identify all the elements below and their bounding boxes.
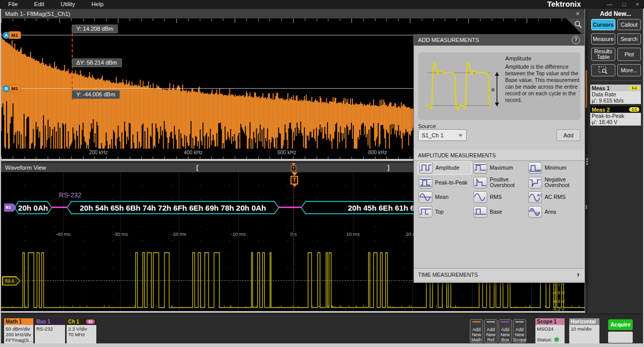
svg-text:AC: AC (537, 193, 542, 197)
measurement-icon (473, 177, 487, 189)
acquire-button[interactable]: Acquire (608, 319, 633, 330)
cursor-b-badge[interactable]: BM1 (3, 85, 21, 92)
bus-decode-packet: 20h 0Ah (14, 201, 52, 214)
cursor-a-source: M1 (8, 31, 21, 39)
tektronix-logo: Tektronix (547, 0, 581, 9)
menu-utility[interactable]: Utility (52, 0, 83, 9)
sidebar-search-button[interactable]: Search (617, 33, 641, 45)
add-button[interactable]: Add (556, 129, 580, 141)
measurement-top[interactable]: Top (418, 205, 472, 219)
measurement-amplitude[interactable]: Amplitude (418, 161, 472, 175)
volt-tick-label: -6.9 V (534, 299, 565, 304)
meas1-block[interactable]: Meas 11-1 Data Rateµ': 9.615 kb/s (590, 85, 641, 104)
ch1-name: Ch 1 (68, 318, 79, 325)
scope1-badge[interactable]: Scope 1 MSO24 Status: (535, 318, 565, 343)
math1-setting: FFTmag(S... (6, 337, 32, 343)
measurement-mean[interactable]: Mean (418, 190, 472, 204)
meas1-pill: 1-1 (629, 86, 639, 90)
measurement-ac-rms[interactable]: ACAC RMS (527, 190, 581, 204)
measurement-icon (419, 162, 433, 174)
meas1-line2: µ': 9.615 kb/s (592, 98, 639, 104)
measurement-maximum[interactable]: Maximum (472, 161, 527, 175)
cursor-b-readout[interactable]: Y: -44.006 dBm (72, 90, 120, 99)
cursor-b-letter: B (3, 85, 10, 92)
sidebar-callout-button[interactable]: Callout (617, 19, 641, 30)
settings-bar: Math 1 50 dBm/div200 kHz/divFFTmag(S... … (0, 314, 644, 343)
cursor-delta-readout[interactable]: ΔY: 58.214 dBm (72, 58, 122, 67)
math-panel-titlebar[interactable]: Math 1- FftMag(S1_Ch1)× (1, 9, 585, 18)
measurement-icon: AC (528, 191, 542, 203)
bus1-name: Bus 1 (36, 318, 50, 325)
svg-text:a: a (491, 86, 495, 92)
accent-line (515, 321, 524, 322)
sidebar-results-table-button[interactable]: Results Table (591, 48, 615, 61)
measurement-label: Positive Overshoot (490, 177, 527, 188)
bus-idle-line (278, 207, 302, 208)
measurement-icon (473, 206, 487, 218)
measurement-label: AC RMS (545, 194, 566, 200)
trigger-mini-marker[interactable]: T (291, 163, 296, 171)
sidebar-more--button[interactable]: More... (617, 64, 641, 76)
trigger-marker[interactable]: T (290, 172, 298, 187)
cursor-a-badge[interactable]: AM1 (3, 31, 21, 39)
source-dropdown[interactable]: S1_Ch 1 (418, 129, 467, 141)
minimize-window-icon[interactable]: — (605, 1, 615, 8)
dialog-title[interactable]: ADD MEASUREMENTS (414, 35, 585, 46)
expand-chevron-icon[interactable]: › (577, 268, 579, 280)
restore-window-icon[interactable]: □ (619, 1, 629, 8)
add-new-bus-button[interactable]: AddNewBus (498, 319, 512, 343)
zoom-tool-button[interactable] (591, 64, 615, 76)
time-section-header[interactable]: TIME MEASUREMENTS (414, 268, 585, 280)
math-close-icon[interactable]: × (576, 9, 579, 18)
time-tick-label: -30 ms (105, 231, 136, 237)
measurement-negative-overshoot[interactable]: Negative Overshoot (527, 176, 581, 190)
horizontal-name: Horizontal (571, 318, 596, 325)
measurement-label: Maximum (490, 165, 513, 171)
time-tick-label: 10 ms (338, 231, 368, 237)
math1-name: Math 1 (6, 318, 22, 325)
measurement-rms[interactable]: RMS (472, 190, 527, 204)
zoom-bracket-left[interactable]: [ (196, 163, 198, 172)
add-new-scope-button[interactable]: AddNewScope (513, 319, 526, 343)
cursor-a-readout[interactable]: Y: 14.208 dBm (72, 25, 118, 33)
volt-tick-label: -9.2 V (534, 307, 565, 311)
bus-idle-line (51, 207, 68, 208)
measurement-area[interactable]: Area (527, 205, 581, 219)
horizontal-badge[interactable]: Horizontal 10 ms/div (569, 318, 599, 343)
freq-tick-label: 800 kHz (362, 150, 393, 155)
source-value: S1_Ch 1 (422, 132, 444, 138)
meas2-line2: µ': 18.40 V (592, 119, 639, 126)
magnifier-icon[interactable] (574, 20, 583, 29)
close-window-icon[interactable]: × (632, 1, 642, 8)
menu-edit[interactable]: Edit (26, 0, 53, 9)
measurement-label: Amplitude (435, 165, 460, 171)
fft-top-ticks-major (1, 18, 585, 23)
sidebar-cursors-button[interactable]: Cursors (591, 19, 615, 30)
acquire-aux-button[interactable] (608, 332, 633, 343)
meas2-block[interactable]: Meas 21-1 Peak-to-Peakµ': 18.40 V (590, 106, 641, 126)
measurement-label: Peak-to-Peak (435, 180, 468, 186)
help-icon[interactable]: ? (572, 36, 580, 44)
meas2-pill: 1-1 (629, 107, 639, 112)
measurement-label: Mean (435, 194, 448, 200)
bus1-badge[interactable]: Bus 1 RS-232 (35, 318, 65, 343)
time-tick-label: -20 ms (163, 231, 194, 237)
menu-file[interactable]: File (0, 0, 26, 9)
sidebar-plot-button[interactable]: Plot (617, 48, 641, 61)
sidebar-measure-button[interactable]: Measure (591, 33, 615, 45)
math1-badge[interactable]: Math 1 50 dBm/div200 kHz/divFFTmag(S... (4, 318, 33, 343)
add-new-ref-button[interactable]: AddNewRef (484, 319, 497, 343)
measurement-positive-overshoot[interactable]: Positive Overshoot (472, 176, 527, 190)
measurement-label: Top (435, 209, 444, 215)
measurement-minimum[interactable]: Minimum (527, 161, 581, 175)
ch1-badge[interactable]: Ch 1S1 2.3 V/div70 MHz (67, 318, 96, 343)
measurement-icon (473, 162, 487, 174)
window-left-edge (0, 9, 1, 343)
measurement-peak-to-peak[interactable]: Peak-to-Peak (418, 176, 472, 190)
measurement-base[interactable]: Base (472, 205, 527, 219)
menu-help[interactable]: Help (83, 0, 112, 9)
zoom-bracket-right[interactable]: ] (387, 163, 389, 172)
measurement-label: Area (545, 209, 556, 215)
add-new-math-button[interactable]: AddNewMath (470, 319, 483, 343)
tekscope-app: FileEditUtilityHelp Tektronix Math 1- Ff… (0, 0, 644, 347)
